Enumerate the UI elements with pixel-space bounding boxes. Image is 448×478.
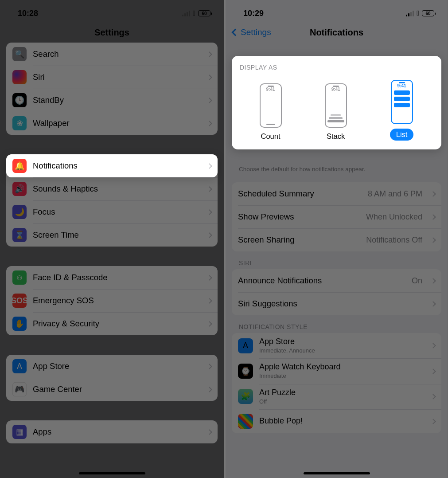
status-icons: 􀙇 60 — [406, 9, 434, 17]
row-label: Announce Notifications — [238, 276, 405, 286]
row-app-store[interactable]: A App Store — [6, 355, 218, 378]
emergency-sos-icon: SOS — [12, 294, 27, 308]
wifi-icon: 􀙇 — [417, 9, 419, 17]
home-indicator — [79, 472, 145, 474]
siri-icon — [12, 70, 27, 84]
row-show-previews[interactable]: Show Previews When Unlocked — [232, 205, 441, 228]
row-search[interactable]: 🔍 Search — [6, 43, 218, 66]
row-label: App Store — [33, 361, 201, 371]
app-sub: Immediate, Announce — [259, 347, 425, 354]
chevron-right-icon — [206, 98, 212, 103]
row-notifications[interactable]: 🔔 Notifications — [6, 154, 218, 177]
status-bar: 10:28 􀙇 60 — [0, 0, 224, 22]
chevron-right-icon — [206, 121, 212, 126]
chevron-right-icon — [206, 186, 212, 192]
app-row-app-store[interactable]: A App Store Immediate, Announce — [232, 333, 441, 358]
row-label: Game Center — [33, 384, 201, 394]
row-sounds-haptics[interactable]: 🔊 Sounds & Haptics — [6, 177, 218, 200]
battery-icon: 60 — [422, 10, 434, 16]
row-value: Notifications Off — [366, 235, 422, 245]
chevron-right-icon — [206, 74, 212, 80]
chevron-right-icon — [206, 209, 212, 215]
row-value: On — [412, 276, 422, 286]
display-option-label: Count — [261, 132, 280, 141]
chevron-right-icon — [430, 343, 436, 349]
row-siri-suggestions[interactable]: Siri Suggestions — [232, 292, 441, 315]
row-game-center[interactable]: 🎮 Game Center — [6, 378, 218, 401]
app-label: Art Puzzle — [259, 388, 425, 397]
chevron-right-icon — [206, 232, 212, 238]
screen-time-icon: ⌛ — [12, 228, 27, 242]
wifi-icon: 􀙇 — [193, 9, 195, 17]
chevron-right-icon — [206, 321, 212, 327]
row-label: Face ID & Passcode — [33, 273, 201, 282]
row-announce-notifications[interactable]: Announce Notifications On — [232, 269, 441, 292]
row-standby[interactable]: 🕒 StandBy — [6, 89, 218, 112]
app-store-icon: A — [12, 359, 27, 373]
page-title: Notifications — [310, 27, 363, 38]
status-icons: 􀙇 60 — [182, 9, 210, 17]
row-label: StandBy — [33, 95, 201, 105]
app-sub: Off — [259, 398, 425, 405]
row-screen-time[interactable]: ⌛ Screen Time — [6, 223, 218, 247]
focus-icon: 🌙 — [12, 205, 27, 219]
row-siri[interactable]: Siri — [6, 66, 218, 89]
row-label: Siri — [33, 72, 201, 82]
row-screen-sharing[interactable]: Screen Sharing Notifications Off — [232, 228, 441, 251]
display-as-card: DISPLAY AS 9:41 Count 9:41 Stack 9:41 Li… — [232, 56, 441, 149]
row-label: Focus — [33, 207, 201, 217]
app-row-bubble-pop[interactable]: Bubble Pop! — [232, 409, 441, 433]
row-privacy-security[interactable]: ✋ Privacy & Security — [6, 312, 218, 335]
siri-header: SIRI — [232, 251, 441, 269]
home-indicator — [304, 472, 370, 474]
page-title: Settings — [94, 27, 129, 38]
clock: 10:29 — [243, 9, 264, 18]
display-option-list[interactable]: 9:41 List — [390, 80, 414, 141]
clock: 10:28 — [18, 9, 38, 18]
row-notifications[interactable]: 🔔 Notifications — [6, 154, 218, 177]
app-row-art-puzzle[interactable]: 🧩 Art Puzzle Off — [232, 384, 441, 409]
row-scheduled-summary[interactable]: Scheduled Summary 8 AM and 6 PM — [232, 182, 441, 205]
row-label: Notifications — [33, 161, 201, 171]
siri-group: Announce Notifications On Siri Suggestio… — [232, 269, 441, 315]
chevron-right-icon — [206, 163, 212, 169]
display-option-label: Stack — [327, 132, 345, 141]
chevron-right-icon — [206, 387, 212, 392]
display-option-stack[interactable]: 9:41 Stack — [325, 83, 347, 141]
notifications-icon: 🔔 — [12, 159, 27, 173]
game-center-icon: 🎮 — [12, 382, 27, 396]
display-option-label: List — [390, 129, 414, 141]
row-label: Sounds & Haptics — [33, 184, 201, 194]
art-puzzle-app-icon: 🧩 — [238, 389, 253, 404]
row-emergency-sos[interactable]: SOS Emergency SOS — [6, 289, 218, 312]
row-label: Privacy & Security — [33, 319, 201, 329]
notification-style-group: A App Store Immediate, Announce ⌚ Apple … — [232, 333, 441, 433]
phone-notifications: 10:29 􀙇 60 Settings Notifications Choose… — [224, 0, 448, 478]
chevron-right-icon — [430, 237, 436, 243]
row-apps[interactable]: ▦ Apps — [6, 420, 218, 443]
display-as-footer: Choose the default for how notifications… — [232, 162, 441, 172]
row-focus[interactable]: 🌙 Focus — [6, 200, 218, 223]
search-icon: 🔍 — [12, 47, 27, 61]
chevron-right-icon — [430, 394, 436, 400]
app-store-app-icon: A — [238, 338, 253, 353]
app-row-apple-watch-keyboard[interactable]: ⌚ Apple Watch Keyboard Immediate — [232, 358, 441, 384]
row-label: Screen Sharing — [238, 235, 360, 245]
chevron-right-icon — [430, 301, 436, 307]
style-header: NOTIFICATION STYLE — [232, 315, 441, 333]
face-id-passcode-icon: ☺ — [12, 270, 27, 285]
row-label: Siri Suggestions — [238, 299, 425, 309]
row-label: Screen Time — [33, 230, 201, 240]
row-face-id-passcode[interactable]: ☺ Face ID & Passcode — [6, 266, 218, 289]
chevron-right-icon — [430, 214, 436, 220]
battery-icon: 60 — [198, 10, 210, 16]
app-label: Apple Watch Keyboard — [259, 363, 425, 372]
display-option-count[interactable]: 9:41 Count — [260, 83, 282, 141]
row-label: Scheduled Summary — [238, 189, 362, 199]
back-button[interactable]: Settings — [233, 27, 271, 37]
back-label: Settings — [241, 27, 271, 37]
row-wallpaper[interactable]: ❀ Wallpaper — [6, 112, 218, 135]
privacy-security-icon: ✋ — [12, 317, 27, 331]
standby-icon: 🕒 — [12, 93, 27, 107]
dual-screenshot: 10:28 􀙇 60 Settings 🔍 Search Siri 🕒 — [0, 0, 448, 478]
